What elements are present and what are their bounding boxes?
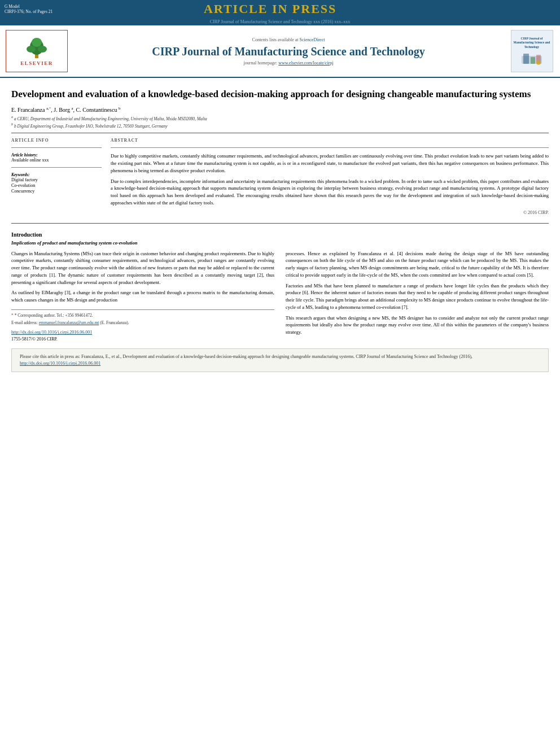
body-section: Introduction Implications of product and… [11,231,549,343]
available-online: Available online xxx [11,158,102,163]
doi-area: http://dx.doi.org/10.1016/j.cirpj.2016.0… [11,329,274,343]
journal-header: ELSEVIER Contents lists available at Sci… [0,25,560,78]
abstract-col: ABSTRACT Due to highly competitive marke… [111,138,549,215]
body-divider [11,223,549,224]
citation-box: Please cite this article in press as: Fr… [11,348,549,372]
journal-homepage: journal homepage: www.elsevier.com/locat… [244,60,334,65]
thumb-icon [520,51,543,65]
body-left-para-2: As outlined by ElMaraghy [3], a change i… [11,289,274,304]
info-abstract-section: ARTICLE INFO Article history: Available … [11,138,549,215]
email-link[interactable]: emmanuel.francalanza@um.edu.mt [39,320,99,325]
thumb-text: CIRP Journal of Manufacturing Science an… [514,37,550,49]
affiliation-a: a a CERU, Department of Industrial and M… [11,115,549,121]
footnote-star: * * Corresponding author. Tel.: +356 994… [11,312,274,318]
journal-homepage-link[interactable]: www.elsevier.com/locate/cirpj [278,60,333,65]
keyword-digital-factory: Digital factory [11,177,102,182]
body-two-col: Changes in Manufacturing Systems (MSs) c… [11,250,549,343]
body-right-para-3: This research argues that when designing… [286,314,549,336]
issn-line: 1755-5817/© 2016 CIRP. [11,337,58,342]
intro-subheading: Implications of product and manufacturin… [11,240,549,246]
body-right-para-2: Factories and MSs that have been planned… [286,282,549,311]
journal-thumbnail: CIRP Journal of Manufacturing Science an… [511,30,553,72]
history-label: Article history: [11,152,102,158]
article-in-press-label: ARTICLE IN PRESS [53,2,488,16]
top-bar: G Model CIRPJ-376; No. of Pages 21 ARTIC… [0,0,560,18]
elsevier-logo-box: ELSEVIER [10,34,64,68]
abstract-para-1: Due to highly competitive markets, const… [111,152,549,174]
body-left-para-1: Changes in Manufacturing Systems (MSs) c… [11,250,274,286]
svg-rect-6 [523,54,529,64]
abstract-text: Due to highly competitive markets, const… [111,152,549,206]
body-right-para-1: processes. Hence as explained by Francal… [286,250,549,279]
journal-header-center: Contents lists available at ScienceDirec… [73,30,504,72]
svg-point-9 [536,60,541,65]
body-right-col: processes. Hence as explained by Francal… [286,250,549,343]
intro-heading: Introduction [11,231,549,238]
model-info: G Model CIRPJ-376; No. of Pages 21 [5,4,53,14]
abstract-heading: ABSTRACT [111,138,549,143]
elsevier-logo-container: ELSEVIER [6,30,68,72]
journal-band: CIRP Journal of Manufacturing Science an… [0,18,560,25]
sciencedirect-link[interactable]: ScienceDirect [300,37,325,42]
footnotes: * * Corresponding author. Tel.: +356 994… [11,309,274,326]
elsevier-tree-icon [23,37,51,59]
article-info-divider [11,147,102,148]
affiliation-b: b b Digital Engineering Group, Fraunhofe… [11,123,549,129]
keyword-co-evolution: Co-evolution [11,183,102,188]
article-content: Development and evaluation of a knowledg… [0,78,560,378]
keywords-list: Digital factory Co-evolution Concurrency [11,177,102,194]
abstract-para-2: Due to complex interdependencies, incomp… [111,178,549,207]
svg-point-4 [32,38,42,47]
svg-point-2 [27,46,36,53]
keyword-concurrency: Concurrency [11,189,102,194]
doi-link[interactable]: http://dx.doi.org/10.1016/j.cirpj.2016.0… [11,330,92,335]
article-info-col: ARTICLE INFO Article history: Available … [11,138,102,215]
svg-point-3 [38,46,47,53]
article-title: Development and evaluation of a knowledg… [11,88,549,101]
article-info-heading: ARTICLE INFO [11,138,102,143]
journal-title: CIRP Journal of Manufacturing Science an… [152,45,425,58]
svg-rect-7 [531,57,535,64]
contents-available-line: Contents lists available at ScienceDirec… [252,37,325,42]
footnote-email: E-mail address: emmanuel.francalanza@um.… [11,320,274,326]
journal-thumbnail-container: CIRP Journal of Manufacturing Science an… [509,30,554,72]
authors-line: E. Francalanza a,*, J. Borg a, C. Consta… [11,106,549,113]
keywords-divider [11,167,102,168]
citation-text: Please cite this article in press as: Fr… [20,354,473,359]
elsevier-text: ELSEVIER [20,60,53,66]
citation-doi-link[interactable]: http://dx.doi.org/10.1016/j.cirpj.2016.0… [20,361,100,366]
journal-citation: CIRP Journal of Manufacturing Science an… [210,19,351,24]
keywords-label: Keywords: [11,172,102,177]
abstract-divider [111,147,549,148]
header-divider [11,133,549,133]
copyright-line: © 2016 CIRP. [111,210,549,215]
body-left-col: Changes in Manufacturing Systems (MSs) c… [11,250,274,343]
